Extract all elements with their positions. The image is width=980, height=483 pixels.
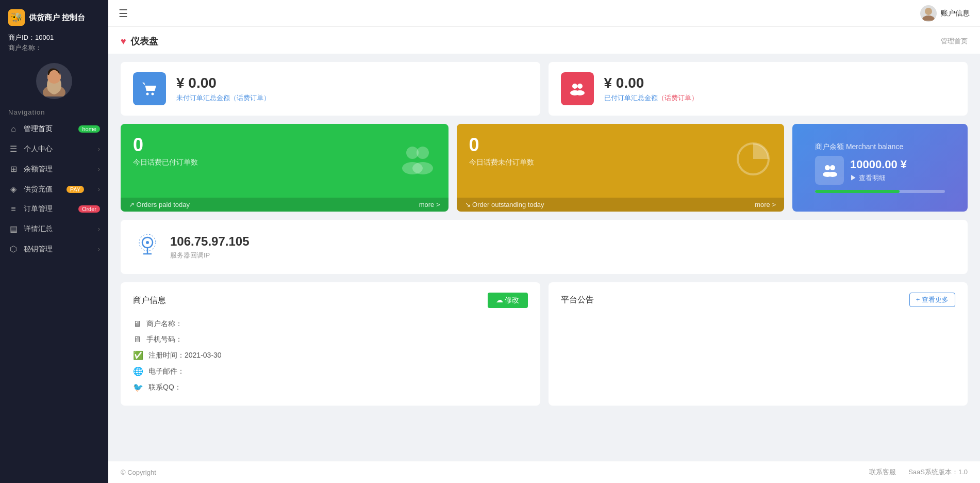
svg-point-5 bbox=[146, 93, 149, 95]
orders-paid-today-number: 0 bbox=[133, 134, 436, 156]
merchant-info-card: 商户信息 ☁ 修改 🖥 商户名称： 🖥 手机号码： ✅ 注册时间：2021-03… bbox=[121, 282, 540, 406]
sidebar-avatar bbox=[0, 58, 108, 103]
server-icon bbox=[135, 232, 160, 262]
twitter-icon: 🐦 bbox=[133, 382, 143, 392]
stats-row2: 0 今日话费已付订单数 ↗ Orders paid today more > 0 bbox=[108, 124, 980, 212]
dashboard-title-text: 仪表盘 bbox=[130, 35, 158, 47]
check-icon: ✅ bbox=[133, 350, 143, 360]
sidebar: 🐝 供货商户 控制台 商户ID：10001 商户名称： Navigation ⌂… bbox=[0, 0, 108, 483]
merchant-name-label: 商户名称： bbox=[146, 319, 182, 329]
ip-label: 服务器回调IP bbox=[170, 251, 953, 260]
heart-icon: ♥ bbox=[121, 36, 126, 47]
avatar bbox=[36, 63, 72, 99]
breadcrumb[interactable]: 管理首页 bbox=[941, 37, 968, 46]
merchant-regdate-label: 注册时间：2021-03-30 bbox=[148, 351, 222, 360]
view-more-button[interactable]: + 查看更多 bbox=[909, 293, 955, 307]
merchant-id: 商户ID：10001 bbox=[8, 33, 100, 42]
sidebar-item-label: 个人中心 bbox=[24, 144, 53, 154]
stat-card-balance: 商户余额 Merchant balance 10000.00 ¥ bbox=[792, 124, 968, 212]
sidebar-item-supply[interactable]: ◈ 供货充值 PAY › bbox=[0, 179, 108, 199]
main-content: ☰ 账户信息 ♥ 仪表盘 管理首页 bbox=[108, 0, 980, 483]
balance-title: 商户余额 Merchant balance bbox=[815, 142, 945, 152]
svg-point-17 bbox=[830, 165, 835, 170]
balance-progress-fill bbox=[815, 190, 900, 193]
sidebar-item-orders[interactable]: ≡ 订单管理 Order bbox=[0, 199, 108, 219]
balance-detail-link[interactable]: ▶ 查看明细 bbox=[850, 173, 907, 183]
header-avatar bbox=[920, 5, 937, 22]
orders-unpaid-footer-text: ↘ Order outstanding today bbox=[465, 201, 544, 208]
sidebar-logo: 🐝 供货商户 控制台 bbox=[0, 0, 108, 31]
stat-info-unpaid: ¥ 0.00 未付订单汇总金额（话费订单） bbox=[176, 75, 528, 103]
menu-toggle-icon[interactable]: ☰ bbox=[119, 7, 128, 20]
order-badge: Order bbox=[78, 205, 100, 213]
svg-point-21 bbox=[146, 241, 149, 244]
sidebar-item-balance[interactable]: ⊞ 余额管理 › bbox=[0, 159, 108, 179]
announcement-card: 平台公告 + 查看更多 bbox=[549, 282, 968, 406]
balance-inner: 10000.00 ¥ ▶ 查看明细 bbox=[815, 156, 945, 185]
balance-card-inner: 商户余额 Merchant balance 10000.00 ¥ bbox=[805, 134, 955, 201]
ip-section: 106.75.97.105 服务器回调IP bbox=[121, 220, 968, 274]
edit-button[interactable]: ☁ 修改 bbox=[488, 293, 528, 308]
stat-info-paid: ¥ 0.00 已付订单汇总金额（话费订单） bbox=[604, 75, 956, 103]
sidebar-item-label: 详情汇总 bbox=[24, 224, 53, 234]
merchant-regdate-row: ✅ 注册时间：2021-03-30 bbox=[133, 347, 528, 363]
dashboard-header: ♥ 仪表盘 管理首页 bbox=[108, 27, 980, 54]
chevron-right-icon: › bbox=[98, 146, 100, 153]
sidebar-item-label: 余额管理 bbox=[24, 165, 53, 174]
supply-icon: ◈ bbox=[8, 184, 19, 194]
orders-unpaid-today-label: 今日话费未付订单数 bbox=[469, 158, 772, 167]
nav-section-label: Navigation bbox=[0, 103, 108, 119]
orders-paid-today-label: 今日话费已付订单数 bbox=[133, 158, 436, 167]
merchant-name: 商户名称： bbox=[8, 43, 100, 53]
logo-text: 供货商户 控制台 bbox=[29, 13, 85, 23]
header-user-label: 账户信息 bbox=[941, 9, 970, 18]
orders-unpaid-more-link[interactable]: more > bbox=[755, 201, 776, 208]
header-user[interactable]: 账户信息 bbox=[920, 5, 970, 22]
sidebar-item-details[interactable]: ▤ 详情汇总 › bbox=[0, 219, 108, 239]
ip-info: 106.75.97.105 服务器回调IP bbox=[170, 234, 953, 260]
stat-card-orders-unpaid-today: 0 今日话费未付订单数 ↘ Order outstanding today mo… bbox=[457, 124, 785, 212]
stats-row1: ¥ 0.00 未付订单汇总金额（话费订单） ¥ 0.00 bbox=[108, 62, 980, 116]
pay-badge: PAY bbox=[67, 186, 84, 193]
chevron-right-icon: › bbox=[98, 186, 100, 193]
sidebar-item-secret[interactable]: ⬡ 秘钥管理 › bbox=[0, 239, 108, 259]
bottom-row: 商户信息 ☁ 修改 🖥 商户名称： 🖥 手机号码： ✅ 注册时间：2021-03… bbox=[108, 282, 980, 406]
svg-point-6 bbox=[152, 93, 154, 95]
content-area: ♥ 仪表盘 管理首页 ¥ 0.00 未付订单汇总金额（话费订单） bbox=[108, 27, 980, 461]
sidebar-merchant: 商户ID：10001 商户名称： bbox=[0, 31, 108, 58]
support-link[interactable]: 联系客服 bbox=[869, 468, 896, 477]
merchant-phone-label: 手机号码： bbox=[146, 335, 182, 344]
chevron-right-icon: › bbox=[98, 226, 100, 233]
users-bg-icon bbox=[397, 138, 438, 187]
announcement-title: 平台公告 bbox=[561, 295, 594, 305]
nav-items: ⌂ 管理首页 home ☰ 个人中心 › ⊞ 余额管理 › ◈ 供货充值 PAY… bbox=[0, 119, 108, 259]
details-icon: ▤ bbox=[8, 224, 19, 234]
svg-point-10 bbox=[575, 90, 585, 95]
balance-amount: 10000.00 ¥ bbox=[850, 158, 907, 171]
chevron-right-icon: › bbox=[98, 166, 100, 173]
svg-point-8 bbox=[577, 84, 583, 89]
svg-point-19 bbox=[828, 172, 837, 177]
sidebar-item-home[interactable]: ⌂ 管理首页 home bbox=[0, 119, 108, 139]
svg-point-16 bbox=[825, 165, 830, 170]
home-icon: ⌂ bbox=[8, 124, 19, 134]
personal-icon: ☰ bbox=[8, 144, 19, 154]
sidebar-item-personal[interactable]: ☰ 个人中心 › bbox=[0, 139, 108, 159]
sidebar-item-label: 供货充值 bbox=[24, 185, 53, 194]
monitor-icon: 🖥 bbox=[133, 319, 141, 329]
sidebar-item-label: 订单管理 bbox=[24, 204, 53, 214]
cart-icon-box bbox=[133, 72, 166, 105]
ip-address: 106.75.97.105 bbox=[170, 234, 953, 249]
balance-icon: ⊞ bbox=[8, 164, 19, 174]
merchant-qq-label: 联系QQ： bbox=[148, 383, 181, 392]
orders-paid-more-link[interactable]: more > bbox=[419, 201, 440, 208]
svg-point-7 bbox=[572, 84, 577, 89]
balance-details: 10000.00 ¥ ▶ 查看明细 bbox=[850, 158, 907, 183]
balance-users-icon bbox=[815, 156, 844, 185]
chevron-right-icon: › bbox=[98, 246, 100, 253]
balance-progress-bar bbox=[815, 190, 945, 193]
unpaid-amount: ¥ 0.00 bbox=[176, 75, 528, 91]
stat-card-paid: ¥ 0.00 已付订单汇总金额（话费订单） bbox=[549, 62, 968, 116]
announcement-header: 平台公告 + 查看更多 bbox=[561, 293, 956, 307]
logo-icon: 🐝 bbox=[8, 9, 25, 26]
